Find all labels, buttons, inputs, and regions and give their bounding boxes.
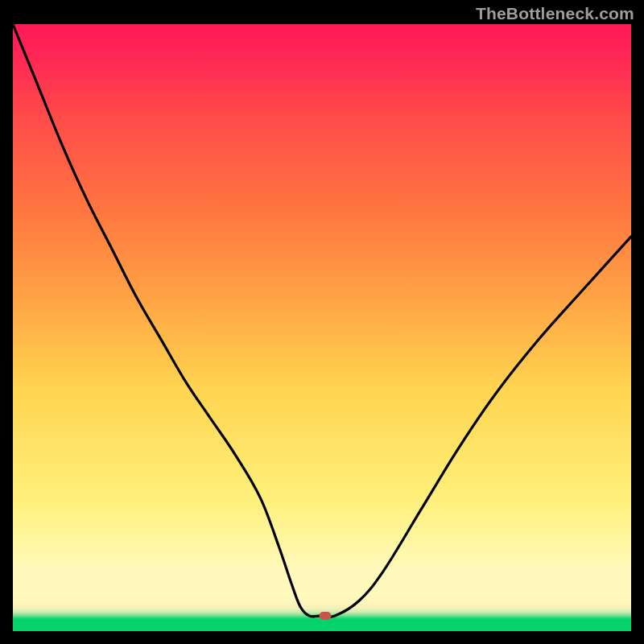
plot-area	[13, 24, 631, 631]
curve-svg	[13, 24, 631, 631]
bottleneck-curve	[13, 24, 631, 617]
current-point-marker	[319, 612, 331, 620]
chart-frame: TheBottleneck.com	[0, 0, 644, 644]
watermark-text: TheBottleneck.com	[476, 4, 634, 23]
